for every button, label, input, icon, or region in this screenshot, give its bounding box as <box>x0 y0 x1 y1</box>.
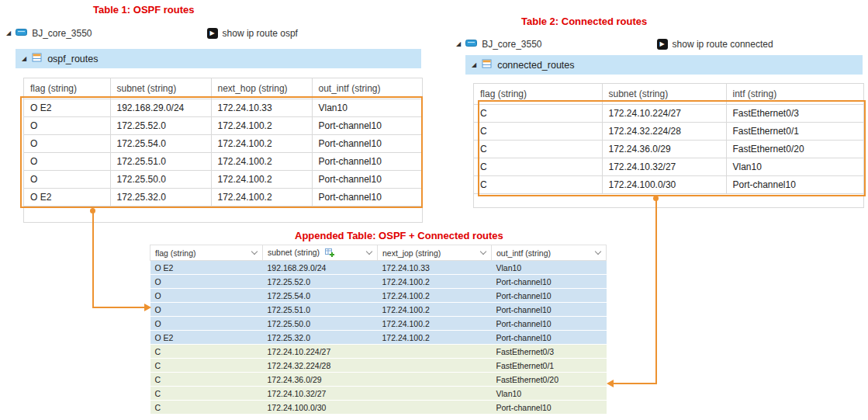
appended-connected-rows: C172.24.10.224/27FastEthernet0/3C172.24.… <box>150 345 607 415</box>
table-cell: 172.24.36.0/29 <box>263 373 378 387</box>
table-cell: 172.24.100.2 <box>211 170 312 188</box>
table-row[interactable]: O172.25.52.0172.24.100.2Port-channel10 <box>150 275 607 289</box>
table-cell: 172.24.100.2 <box>211 134 312 152</box>
table-cell: 172.24.100.2 <box>378 317 492 331</box>
column-header-flag[interactable]: flag (string) <box>24 78 110 99</box>
table-row[interactable]: O E2192.168.29.0/24172.24.10.33Vlan10 <box>150 261 607 275</box>
canvas: Table 1: OSPF routes ◢ BJ_core_3550 ▶ sh… <box>0 0 868 420</box>
table-row[interactable]: C172.24.10.32/27Vlan10 <box>150 387 607 401</box>
device-name[interactable]: BJ_core_3550 <box>32 28 92 39</box>
column-header-flag[interactable]: flag (string) <box>474 84 602 104</box>
cli-command-icon: ▶ <box>657 39 668 50</box>
arrow-left-icon <box>607 380 614 387</box>
table-row[interactable]: O172.25.54.0172.24.100.2Port-channel10 <box>24 134 422 152</box>
device-icon <box>16 28 27 39</box>
column-label: flag (string) <box>155 248 196 258</box>
table-cell: 172.24.10.224/27 <box>263 345 378 359</box>
expand-caret-icon[interactable]: ◢ <box>456 41 461 47</box>
table-row[interactable]: O172.25.54.0172.24.100.2Port-channel10 <box>150 289 607 303</box>
table-cell: 172.24.100.2 <box>378 331 492 345</box>
cli-command[interactable]: show ip route connected <box>673 39 773 50</box>
table-row[interactable]: C172.24.100.0/30Port-channel10 <box>150 401 607 415</box>
ospf-table: flag (string) subnet (string) next_hop (… <box>23 78 423 223</box>
column-header-out-intf[interactable]: out_intf (string) <box>312 78 422 99</box>
table-row[interactable]: C172.24.36.0/29FastEthernet0/20 <box>150 373 607 387</box>
table-row[interactable]: C172.24.32.224/28FastEthernet0/1 <box>150 359 607 373</box>
connected-table-body: C172.24.10.224/27FastEthernet0/3C172.24.… <box>474 104 863 193</box>
appended-table: flag (string) subnet (string) next_jop (… <box>150 245 606 415</box>
table-cell: O <box>150 275 263 289</box>
table-cell: 192.168.29.0/24 <box>110 99 211 116</box>
table-row[interactable]: O E2192.168.29.0/24172.24.10.33Vlan10 <box>24 99 422 116</box>
cli-command[interactable]: show ip route ospf <box>223 28 298 39</box>
appended-header-row: flag (string) subnet (string) next_jop (… <box>150 245 607 261</box>
table-row[interactable]: O172.25.51.0172.24.100.2Port-channel10 <box>150 303 607 317</box>
table-cell: O <box>24 152 110 170</box>
table-row[interactable]: O172.25.50.0172.24.100.2Port-channel10 <box>24 170 422 188</box>
table-row[interactable]: O E2172.25.32.0172.24.100.2Port-channel1… <box>24 188 422 206</box>
table-row[interactable]: O E2172.25.32.0172.24.100.2Port-channel1… <box>150 331 607 345</box>
table-cell: 172.25.51.0 <box>110 152 211 170</box>
table-row[interactable]: C172.24.10.32/27Vlan10 <box>474 158 863 175</box>
table-cell: O E2 <box>24 188 110 206</box>
table-row[interactable]: C172.24.32.224/28FastEthernet0/1 <box>474 122 863 140</box>
table-row[interactable]: C172.24.10.224/27FastEthernet0/3 <box>150 345 607 359</box>
section-label: ospf_routes <box>47 54 98 64</box>
arrow-ospf-to-appended <box>92 307 144 308</box>
section-connected-routes[interactable]: ◢ connected_routes <box>465 55 863 75</box>
table-cell: FastEthernet0/20 <box>726 140 863 158</box>
table-row[interactable]: O172.25.50.0172.24.100.2Port-channel10 <box>150 317 607 331</box>
table-cell: 172.24.10.32/27 <box>263 387 378 401</box>
table-cell <box>378 373 492 387</box>
table-row[interactable]: C172.24.100.0/30Port-channel10 <box>474 175 863 193</box>
table-cell: 172.24.10.224/27 <box>602 104 726 122</box>
table-cell: Port-channel10 <box>492 317 607 331</box>
table-cell: 172.24.32.224/28 <box>602 122 726 140</box>
column-header-subnet[interactable]: subnet (string) <box>263 245 378 261</box>
table-cell: 192.168.29.0/24 <box>263 261 378 275</box>
column-header-intf[interactable]: intf (string) <box>726 84 863 104</box>
table-cell: C <box>150 345 263 359</box>
chevron-down-icon[interactable] <box>366 248 372 255</box>
column-header-out-intf[interactable]: out_intf (string) <box>492 245 607 261</box>
column-header-next-jop[interactable]: next_jop (string) <box>378 245 492 261</box>
column-label: subnet (string) <box>268 248 320 257</box>
column-header-flag[interactable]: flag (string) <box>150 245 263 261</box>
expand-caret-icon[interactable]: ◢ <box>6 30 11 36</box>
expand-caret-icon[interactable]: ◢ <box>472 62 476 68</box>
table-cell: O E2 <box>150 261 263 275</box>
expand-caret-icon[interactable]: ◢ <box>22 56 26 62</box>
column-label: next_jop (string) <box>382 248 441 258</box>
device-row-ospf: ◢ BJ_core_3550 ▶ show ip route ospf <box>6 26 298 40</box>
table-row[interactable]: O172.25.51.0172.24.100.2Port-channel10 <box>24 152 422 170</box>
table-plus-icon[interactable] <box>325 248 334 259</box>
device-name[interactable]: BJ_core_3550 <box>482 39 541 50</box>
table-row[interactable]: O172.25.52.0172.24.100.2Port-channel10 <box>24 116 422 134</box>
table-cell: O <box>150 317 263 331</box>
table-cell: Port-channel10 <box>492 275 607 289</box>
table-cell: Vlan10 <box>726 158 863 175</box>
column-header-next-hop[interactable]: next_hop (string) <box>211 78 312 99</box>
table-cell: 172.24.100.2 <box>211 152 312 170</box>
column-header-subnet[interactable]: subnet (string) <box>602 84 726 104</box>
table-cell <box>378 401 492 415</box>
chevron-down-icon[interactable] <box>595 248 601 255</box>
section-ospf-routes[interactable]: ◢ ospf_routes <box>16 49 421 68</box>
table-icon <box>32 53 42 64</box>
table-row[interactable]: C172.24.36.0/29FastEthernet0/20 <box>474 140 863 158</box>
table-row[interactable]: C172.24.10.224/27FastEthernet0/3 <box>474 104 863 122</box>
column-header-subnet[interactable]: subnet (string) <box>110 78 211 99</box>
table-cell: Port-channel10 <box>492 401 607 415</box>
table-cell: C <box>150 387 263 401</box>
table-cell: C <box>474 175 602 193</box>
device-icon <box>465 39 477 50</box>
chevron-down-icon[interactable] <box>480 248 486 255</box>
table-cell: O <box>150 289 263 303</box>
table-cell: Port-channel10 <box>312 170 422 188</box>
section-label: connected_routes <box>497 60 574 71</box>
table-cell: 172.24.100.2 <box>378 303 492 317</box>
chevron-down-icon[interactable] <box>251 248 258 255</box>
table-cell: 172.24.100.0/30 <box>263 401 378 415</box>
appended-ospf-rows: O E2192.168.29.0/24172.24.10.33Vlan10O17… <box>150 261 607 345</box>
table-cell: Port-channel10 <box>492 331 607 345</box>
